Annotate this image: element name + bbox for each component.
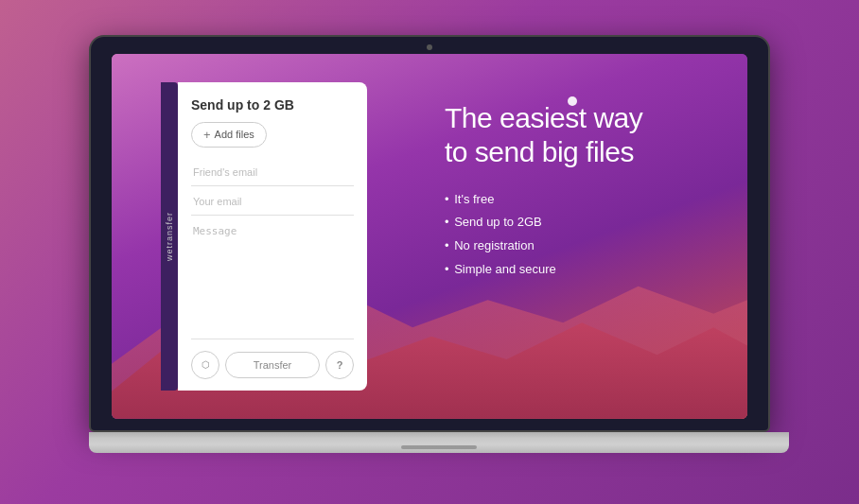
form-panel-wrapper: wetransfer Send up to 2 GB + Add files ⬡ [161, 82, 367, 391]
plus-icon: + [203, 128, 211, 142]
feature-item-registration: No registration [445, 235, 710, 258]
headline-line2: to send big files [445, 136, 634, 167]
your-email-input[interactable] [191, 188, 354, 216]
screen-content: The easiest way to send big files It's f… [112, 54, 747, 419]
feature-item-free: It's free [445, 188, 710, 212]
camera-dot [427, 44, 432, 50]
laptop-base [89, 432, 789, 453]
brand-side-tab: wetransfer [161, 82, 178, 391]
laptop-screen: The easiest way to send big files It's f… [89, 35, 770, 432]
form-card: Send up to 2 GB + Add files ⬡ Transfer [178, 82, 367, 391]
brand-label: wetransfer [165, 211, 174, 260]
add-files-button[interactable]: + Add files [191, 122, 267, 148]
question-icon: ? [337, 359, 343, 371]
share-button[interactable]: ⬡ [191, 351, 219, 379]
hero-content: The easiest way to send big files It's f… [445, 101, 710, 282]
feature-item-secure: Simple and secure [445, 258, 710, 282]
friend-email-input[interactable] [191, 159, 354, 186]
message-input[interactable] [191, 217, 354, 339]
headline-line1: The easiest way [445, 102, 642, 133]
feature-list: It's free Send up to 2GB No registration… [445, 188, 710, 282]
feature-item-size: Send up to 2GB [445, 211, 710, 235]
transfer-button[interactable]: Transfer [225, 352, 320, 378]
share-icon: ⬡ [202, 359, 210, 370]
main-headline: The easiest way to send big files [445, 101, 710, 169]
form-title: Send up to 2 GB [191, 97, 354, 113]
add-files-label: Add files [215, 129, 254, 140]
laptop-container: The easiest way to send big files It's f… [89, 35, 770, 470]
form-actions: ⬡ Transfer ? [191, 351, 354, 379]
help-button[interactable]: ? [325, 351, 354, 379]
